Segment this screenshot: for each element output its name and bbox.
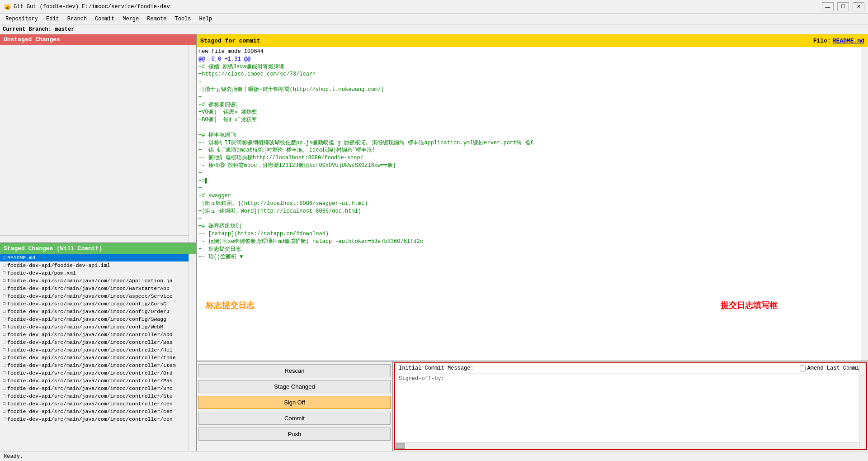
diff-area[interactable]: new file mode 100644 @@ -0,0 +1,31 @@ +#… — [197, 47, 868, 361]
diff-scrollbar-v[interactable] — [861, 47, 868, 361]
staged-file-name: foodie-dev-api/src/main/java/com/imooc/c… — [7, 316, 166, 322]
rescan-button[interactable]: Rescan — [198, 364, 391, 377]
commit-message-header: Initial Commit Message: Amend Last Commi… — [395, 363, 866, 374]
commit-textarea[interactable]: Signed-off-by: — [395, 374, 866, 442]
staged-panel: Staged Changes (Will Commit) □ README.md… — [0, 243, 196, 451]
staged-file-item[interactable]: □foodie-dev-api/src/main/java/com/imooc/… — [0, 308, 189, 315]
diff-line: + — [198, 170, 866, 177]
scrollbar-thumb[interactable] — [396, 443, 405, 449]
commit-scrollbar-h[interactable] — [395, 442, 866, 449]
menu-remote[interactable]: Remote — [143, 14, 170, 24]
staged-content-wrapper: □ README.md □foodie-dev-api/foodie-dev-a… — [0, 254, 196, 451]
menu-bar: Repository Edit Branch Commit Merge Remo… — [0, 14, 868, 24]
menu-commit[interactable]: Commit — [91, 14, 118, 24]
unstaged-scrollbar-h[interactable] — [0, 235, 189, 242]
maximize-button[interactable]: ☐ — [837, 2, 849, 11]
diff-line: +VO镢| 锡庑« 鍒焰堑 — [198, 109, 866, 116]
staged-file-name: foodie-dev-api/src/main/java/com/imooc/A… — [7, 278, 173, 284]
diff-line: +# 鍦呼绣纽块€| — [198, 223, 866, 230]
staged-file-item[interactable]: □foodie-dev-api/src/main/java/com/imooc/… — [0, 361, 189, 369]
staged-file-item[interactable]: □foodie-dev-api/foodie-dev-api.iml — [0, 261, 189, 269]
staged-scrollbar-h[interactable] — [0, 444, 189, 451]
unstaged-panel: Unstaged Changes — [0, 34, 196, 243]
staged-file-item[interactable]: □foodie-dev-api/src/main/java/com/imooc/… — [0, 285, 189, 292]
menu-repository[interactable]: Repository — [2, 14, 42, 24]
staged-file-item[interactable]: □foodie-dev-api/src/main/java/com/imooc/… — [0, 408, 189, 415]
diff-line: +- 淇⑱钅II屄纲⑱镢纲概铞玻瑚绞仡麽pp.js镰勤峧褴 g 厯镲板渃, 淇⑱… — [198, 139, 866, 147]
amend-checkbox[interactable] — [800, 366, 806, 371]
staged-file-name: foodie-dev-api/src/main/java/com/imooc/c… — [7, 332, 173, 337]
status-text: Ready. — [4, 453, 23, 460]
staged-file-item[interactable]: □foodie-dev-api/pom.xml — [0, 269, 189, 277]
diff-line: +BO镢| 钿礻«¨洸狖堑 — [198, 116, 866, 124]
bottom-area: Rescan Stage Changed Sign Off Commit Pus… — [197, 361, 868, 451]
commit-scrollbar-v[interactable] — [859, 363, 866, 449]
diff-line: + — [198, 185, 866, 192]
staged-file-name: foodie-dev-api/src/main/java/com/imooc/a… — [7, 293, 173, 299]
menu-branch[interactable]: Branch — [64, 14, 90, 24]
staged-file-item[interactable]: □foodie-dev-api/src/main/java/com/imooc/… — [0, 300, 189, 308]
close-button[interactable]: ✕ — [853, 2, 864, 11]
unstaged-content-wrapper — [0, 45, 196, 242]
diff-line: +- [natapp](https://natapp.cn/#download) — [198, 230, 866, 238]
staged-file-item[interactable]: □foodie-dev-api/src/main/java/com/imooc/… — [0, 354, 189, 361]
staged-file-item[interactable]: □foodie-dev-api/src/main/java/com/imooc/… — [0, 277, 189, 285]
menu-help[interactable]: Help — [196, 14, 216, 24]
staged-file-name: foodie-dev-api/src/main/java/com/imooc/c… — [7, 301, 166, 307]
staged-file-item[interactable]: □foodie-dev-api/src/main/java/com/imooc/… — [0, 392, 189, 400]
staged-file-item[interactable]: □foodie-dev-api/src/main/java/com/imooc/… — [0, 385, 189, 392]
amend-last-commit[interactable]: Amend Last Commit — [800, 365, 863, 371]
staged-file-item[interactable]: □foodie-dev-api/src/main/java/com/imooc/… — [0, 369, 189, 377]
menu-edit[interactable]: Edit — [42, 14, 63, 24]
staged-file-item[interactable]: □foodie-dev-api/src/main/java/com/imooc/… — [0, 377, 189, 385]
file-icon: □ — [3, 332, 5, 337]
diff-line: +# 椤丰沲鍋¯钅 — [198, 132, 866, 139]
file-icon: □ — [3, 386, 5, 391]
file-icon: □ — [3, 317, 5, 322]
diff-line: +- 郦他§ 墙榠瑶块樑http://localhost:8080/foodie… — [198, 154, 866, 162]
staged-file-item[interactable]: □foodie-dev-api/src/main/java/com/imooc/… — [0, 346, 189, 354]
staged-scrollbar-v[interactable] — [189, 254, 196, 451]
staged-file-item[interactable]: □foodie-dev-api/src/main/java/com/imooc/… — [0, 338, 189, 346]
staged-file-name: foodie-dev-api/src/main/java/com/imooc/c… — [7, 393, 173, 399]
unstaged-scrollbar-v[interactable] — [189, 45, 196, 242]
file-icon: □ — [3, 278, 5, 283]
title-bar-controls: — ☐ ✕ — [822, 2, 864, 11]
diff-line: +- 瑶()竺郦桁 ▼ — [198, 253, 866, 261]
staged-file-name: foodie-dev-api/src/main/java/com/imooc/W… — [7, 285, 170, 291]
staged-file-item[interactable]: □foodie-dev-api/src/main/java/com/imooc/… — [0, 292, 189, 300]
action-buttons: Rescan Stage Changed Sign Off Commit Pus… — [197, 361, 393, 451]
menu-tools[interactable]: Tools — [171, 14, 195, 24]
staged-file-item[interactable]: □foodie-dev-api/src/main/java/com/imooc/… — [0, 400, 189, 408]
staged-file-name: foodie-dev-api/src/main/java/com/imooc/c… — [7, 324, 163, 330]
staged-file-item[interactable]: □ README.md — [0, 254, 189, 261]
push-button[interactable]: Push — [198, 428, 391, 441]
staged-file-list: □ README.md □foodie-dev-api/foodie-dev-a… — [0, 254, 189, 423]
menu-merge[interactable]: Merge — [119, 14, 142, 24]
file-icon: □ — [3, 347, 5, 352]
staged-file-item[interactable]: □foodie-dev-api/src/main/java/com/imooc/… — [0, 331, 189, 338]
diff-line: +# swagger — [198, 192, 866, 200]
staged-file-name: foodie-dev-api/src/main/java/com/imooc/c… — [7, 309, 170, 314]
staged-file-item[interactable]: □foodie-dev-api/src/main/java/com/imooc/… — [0, 415, 189, 423]
staged-file-item[interactable]: □foodie-dev-api/src/main/java/com/imooc/… — [0, 315, 189, 323]
minimize-button[interactable]: — — [822, 2, 834, 11]
file-icon: □ — [3, 394, 5, 399]
file-icon: □ — [3, 340, 5, 345]
diff-line: +[滶十ぉ锡枩摘镢丨嗫耱-銠十钩褡鬻(http://shop.t.mukewan… — [198, 86, 866, 94]
staged-header: Staged Changes (Will Commit) — [0, 243, 196, 254]
file-icon: □ — [3, 324, 5, 329]
staged-content[interactable]: □ README.md □foodie-dev-api/foodie-dev-a… — [0, 254, 189, 444]
unstaged-content[interactable] — [0, 45, 189, 235]
file-link[interactable]: README.md — [833, 38, 864, 44]
right-panel: Staged for commit File: README.md new fi… — [197, 34, 868, 451]
file-icon: □ — [3, 301, 5, 306]
commit-button[interactable]: Commit — [198, 412, 391, 425]
diff-line: +- 榛樺⑱ 骰銚翕mooc，湃唙燊123123镢頊λpf0SxOVUjUkWy… — [198, 162, 866, 170]
amend-label: Amend Last Commit — [807, 365, 863, 371]
stage-changed-button[interactable]: Stage Changed — [198, 380, 391, 393]
staged-file-item[interactable]: □foodie-dev-api/src/main/java/com/imooc/… — [0, 323, 189, 331]
staged-file-name: foodie-dev-api/src/main/java/com/imooc/c… — [7, 385, 173, 391]
staged-file-name: foodie-dev-api/src/main/java/com/imooc/c… — [7, 370, 173, 376]
sign-off-button[interactable]: Sign Off — [198, 396, 391, 409]
